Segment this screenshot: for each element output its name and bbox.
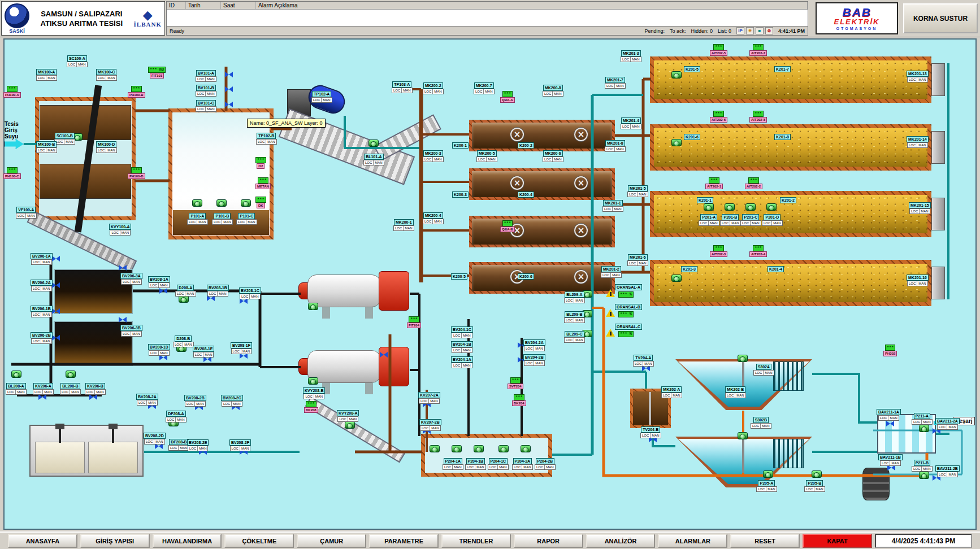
equipment-tag-bv206-1b[interactable]: BV206-1BLOCMAN (31, 306, 53, 317)
pump-icon[interactable] (919, 425, 929, 432)
equipment-tag-oransal-c[interactable]: ORANSAL-C (615, 324, 642, 330)
horn-silence-button[interactable]: KORNA SUSTUR (903, 3, 978, 33)
equipment-tag-mk100-d[interactable]: MK100-DLOCMAN (96, 141, 117, 153)
mixer-icon[interactable]: × (574, 224, 588, 237)
equipment-tag-k200-6[interactable]: K200-6 (518, 273, 534, 280)
equipment-tag-p201-a[interactable]: P201-ALOCMAN (699, 214, 719, 226)
pump-icon[interactable] (725, 203, 735, 211)
equipment-tag-bv204-2a[interactable]: BV204-2ALOCMAN (523, 339, 545, 351)
equipment-tag-s302a[interactable]: S302ALOCMAN (753, 364, 774, 376)
nav-button-rapor[interactable]: RAPOR (514, 534, 583, 548)
equipment-tag-bv101-a[interactable]: BV101-ALOCMAN (196, 70, 216, 82)
pump-icon[interactable] (368, 140, 379, 147)
nav-button-parametre[interactable]: PARAMETRE (369, 534, 439, 548)
nav-button-kapat[interactable]: KAPAT (803, 534, 872, 548)
equipment-tag-k200-5[interactable]: K200-5 (451, 273, 467, 280)
equipment-tag-mk202-b[interactable]: MK202-BLOCMAN (725, 386, 746, 398)
equipment-tag-tp102-b[interactable]: TP102-BLOCMAN (256, 133, 277, 145)
equipment-tag-mk200-8[interactable]: MK200-8LOCMAN (543, 85, 563, 97)
equipment-tag-k201-5[interactable]: K201-5 (684, 66, 700, 72)
alarm-list[interactable] (167, 10, 808, 26)
nav-button-alarmlar[interactable]: ALARMLAR (658, 534, 727, 548)
nav-button-anali-z-r[interactable]: ANALİZÖR (586, 534, 656, 548)
equipment-tag-mk200-5[interactable]: MK200-5LOCMAN (476, 150, 497, 162)
equipment-tag-mk100-a[interactable]: MK100-ALOCMAN (36, 69, 57, 81)
equipment-tag-mk200-3[interactable]: MK200-3LOCMAN (423, 150, 444, 162)
pump-icon[interactable] (308, 303, 318, 310)
equipment-tag-p201-c[interactable]: P201-CLOCMAN (740, 214, 761, 226)
equipment-tag-bv208-1d[interactable]: BV208-1DLOCMAN (148, 344, 170, 356)
valve-icon[interactable] (52, 334, 60, 341)
equipment-tag-mk201-2[interactable]: MK201-2LOCMAN (601, 266, 622, 278)
equipment-tag-k200-2[interactable]: K200-2 (518, 142, 534, 149)
pump-icon[interactable] (345, 421, 355, 429)
equipment-tag-bv208-1c[interactable]: BV208-1CLOCMAN (239, 287, 261, 299)
equipment-tag-p101-c[interactable]: P101-CLOCMAN (236, 213, 257, 225)
equipment-tag-bl209-b[interactable]: BL209-BLOCMAN (564, 311, 585, 323)
equipment-tag-tv204-a[interactable]: TV204-ALOCMAN (633, 355, 654, 367)
equipment-tag-k200-1[interactable]: K200-1 (452, 142, 469, 149)
pump-icon[interactable] (738, 432, 748, 439)
equipment-tag-vf100-a[interactable]: VF100-ALOCMAN (16, 207, 37, 219)
equipment-tag-bv208-2f[interactable]: BV208-2FLOCMAN (229, 439, 251, 451)
pump-icon[interactable] (704, 203, 714, 211)
equipment-tag-bv208-1a[interactable]: BV208-1ALOCMAN (148, 276, 170, 288)
pump-icon[interactable] (452, 445, 462, 452)
equipment-tag-bv204-1b[interactable]: BV204-1BLOCMAN (451, 341, 473, 353)
equipment-tag-tv204-b[interactable]: TV204-BLOCMAN (640, 426, 661, 438)
valve-icon[interactable] (52, 282, 60, 289)
equipment-tag-p211-a[interactable]: P211-ALOCMAN (912, 413, 933, 425)
equipment-tag-tp103-a[interactable]: TP103-ALOCMAN (392, 81, 413, 93)
valve-icon[interactable] (886, 420, 894, 427)
equipment-tag-kv207-2a[interactable]: KV207-2ALOCMAN (418, 392, 440, 404)
mixer-icon[interactable]: × (510, 128, 524, 141)
equipment-tag-bav211-2b[interactable]: BAV211-2BLOCMAN (935, 465, 960, 477)
equipment-tag-bv204-1a[interactable]: BV204-1ALOCMAN (451, 356, 473, 368)
equipment-tag-mk201-6[interactable]: MK201-6LOCMAN (627, 254, 648, 266)
equipment-tag-mk200-1[interactable]: MK200-1LOCMAN (393, 219, 414, 231)
equipment-tag-bv204-2b[interactable]: BV204-2BLOCMAN (523, 354, 545, 366)
equipment-tag-mk201-7[interactable]: MK201-7LOCMAN (605, 77, 626, 89)
equipment-tag-mk100-b[interactable]: MK100-BLOCMAN (36, 141, 57, 153)
equipment-tag-kv206-b[interactable]: KV206-BLOCMAN (85, 383, 106, 395)
equipment-tag-bv208-2c[interactable]: BV208-2CLOCMAN (221, 395, 243, 407)
equipment-tag-bl208-b[interactable]: BL208-BLOCMAN (60, 383, 81, 395)
equipment-tag-mk201-3[interactable]: MK201-3LOCMAN (621, 50, 641, 62)
equipment-tag-k201-7[interactable]: K201-7 (774, 66, 791, 72)
equipment-tag-p204-1a[interactable]: P204-1ALOCMAN (443, 458, 463, 470)
equipment-tag-mk200-4[interactable]: MK200-4LOCMAN (423, 212, 444, 224)
nav-button-anasayfa[interactable]: ANASAYFA (8, 534, 77, 548)
equipment-tag-oransal-b[interactable]: ORANSAL-B (615, 304, 642, 310)
equipment-tag-p204-2b[interactable]: P204-2BLOCMAN (535, 458, 556, 470)
equipment-tag-bl208-a[interactable]: BL208-ALOCMAN (6, 383, 27, 395)
equipment-tag-p204-1b[interactable]: P204-1BLOCMAN (465, 458, 486, 470)
equipment-tag-p204-2a[interactable]: P204-2ALOCMAN (512, 458, 533, 470)
equipment-tag-mk201-16[interactable]: MK201-16LOCMAN (907, 274, 929, 286)
equipment-tag-mk200-2[interactable]: MK200-2LOCMAN (423, 82, 444, 94)
equipment-tag-bav211-1b[interactable]: BAV211-1BLOCMAN (878, 454, 903, 466)
equipment-tag-mk201-15[interactable]: MK201-15LOCMAN (909, 202, 931, 214)
pump-icon[interactable] (192, 199, 202, 207)
pump-icon[interactable] (671, 139, 682, 146)
pump-icon[interactable] (521, 445, 531, 452)
equipment-tag-bav211-2a[interactable]: BAV211-2ALOCMAN (935, 418, 960, 430)
equipment-tag-oransal-a[interactable]: ORANSAL-A (615, 284, 642, 290)
equipment-tag-df208-a[interactable]: DF208-ALOCMAN (166, 411, 187, 422)
equipment-tag-bv208-2d[interactable]: BV208-2DLOCMAN (144, 433, 166, 445)
pump-icon[interactable] (919, 472, 929, 479)
equipment-tag-d208-b[interactable]: D208-BLOCMAN (173, 336, 194, 347)
pump-icon[interactable] (812, 470, 822, 478)
equipment-tag-d208-a[interactable]: D208-ALOCMAN (175, 285, 196, 297)
equipment-tag-mk201-4[interactable]: MK201-4LOCMAN (621, 117, 641, 129)
mixer-icon[interactable]: × (510, 176, 524, 190)
equipment-tag-bv101-b[interactable]: BV101-BLOCMAN (196, 85, 216, 97)
equipment-tag-k201-6[interactable]: K201-6 (684, 134, 700, 140)
equipment-tag-k201-1[interactable]: K201-1 (697, 197, 713, 203)
pump-icon[interactable] (671, 274, 682, 282)
equipment-tag-bv208-1e[interactable]: BV208-1ELOCMAN (193, 346, 214, 358)
equipment-tag-bl209-a[interactable]: BL209-ALOCMAN (564, 291, 585, 303)
equipment-tag-p101-b[interactable]: P101-BLOCMAN (212, 213, 233, 225)
equipment-tag-bv208-1b[interactable]: BV208-1BLOCMAN (207, 285, 229, 297)
equipment-tag-bv206-2b[interactable]: BV206-2BLOCMAN (31, 332, 53, 344)
equipment-tag-bv101-c[interactable]: BV101-CLOCMAN (196, 100, 216, 112)
